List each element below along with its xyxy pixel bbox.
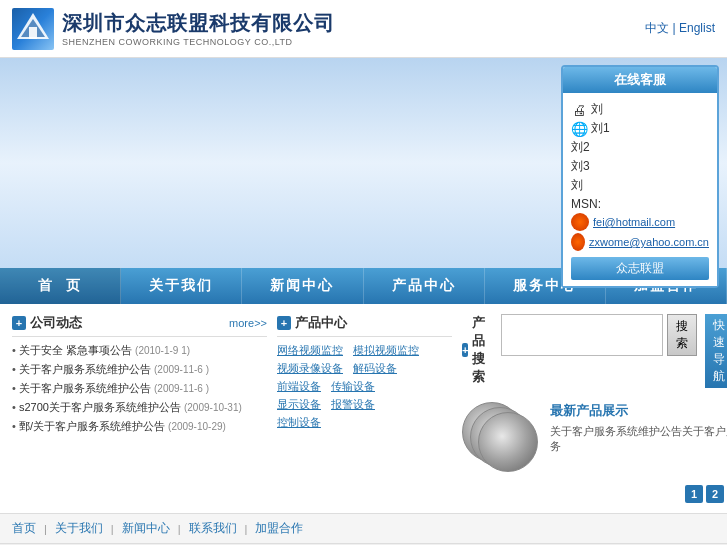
quick-nav[interactable]: 快速导航 ▶ [705,314,727,388]
footer-link-contact[interactable]: 联系我们 [189,520,237,537]
msn-icon-1 [571,213,589,231]
news-more-link[interactable]: more>> [229,317,267,329]
online-service-body: 🖨 刘 🌐 刘1 刘2 刘3 刘 MSN: fei@hotmail.com [563,93,717,286]
nav-about[interactable]: 关于我们 [121,268,242,304]
product-image [462,402,542,477]
qq-icon-2: 🌐 [571,121,587,137]
lang-switch[interactable]: 中文 | Englist [645,20,715,37]
service-row-3: 刘2 [571,139,709,156]
search-button[interactable]: 搜索 [667,314,697,356]
service-label-3: 刘2 [571,139,590,156]
product-info: 最新产品展示 关于客户服务系统维护公告关于客户服务 [550,402,727,454]
alliance-button[interactable]: 众志联盟 [571,257,709,280]
service-row-2: 🌐 刘1 [571,120,709,137]
logo-icon [12,8,54,50]
msn-icon-2 [571,233,585,251]
nav-products[interactable]: 产品中心 [364,268,485,304]
news-text-1: 关于安全 紧急事项公告 [19,344,132,356]
main-content: + 公司动态 more>> 关于安全 紧急事项公告 (2010-1-9 1) 关… [0,304,727,513]
news-item-3[interactable]: 关于客户服务系统维护公告 (2009-11-6 ) [12,381,267,396]
lang-sep: | [673,21,676,35]
service-row-1: 🖨 刘 [571,101,709,118]
product-link-5[interactable]: 前端设备 [277,379,321,394]
footer-links: 首页 | 关于我们 | 新闻中心 | 联系我们 | 加盟合作 [0,513,727,543]
news-plus-icon: + [12,316,26,330]
product-row-4: 显示设备 报警设备 [277,397,452,412]
header: 深圳市众志联盟科技有限公司 SHENZHEN COWORKING TECHNOL… [0,0,727,58]
page-wrapper: 深圳市众志联盟科技有限公司 SHENZHEN COWORKING TECHNOL… [0,0,727,545]
news-header: + 公司动态 more>> [12,314,267,337]
news-text-5: 鄄/关于客户服务系统维护公告 [19,420,165,432]
news-item-2[interactable]: 关于客户服务系统维护公告 (2009-11-6 ) [12,362,267,377]
product-link-6[interactable]: 传输设备 [331,379,375,394]
search-col-title: + 产品搜索 [462,314,493,386]
news-item-5[interactable]: 鄄/关于客户服务系统维护公告 (2009-10-29) [12,419,267,434]
cd-disc-3 [478,412,538,472]
news-text-2: 关于客户服务系统维护公告 [19,363,151,375]
nav-news[interactable]: 新闻中心 [242,268,363,304]
product-name[interactable]: 最新产品展示 [550,402,727,420]
news-title: + 公司动态 [12,314,82,332]
logo-area: 深圳市众志联盟科技有限公司 SHENZHEN COWORKING TECHNOL… [12,8,335,50]
pagination: 1 2 3 [462,485,727,503]
product-link-2[interactable]: 模拟视频监控 [353,343,419,358]
product-link-8[interactable]: 报警设备 [331,397,375,412]
product-desc: 关于客户服务系统维护公告关于客户服务 [550,424,727,454]
footer-sep-1: | [44,523,47,535]
lang-cn-link[interactable]: 中文 [645,21,669,35]
lang-en-link[interactable]: Englist [679,21,715,35]
products-plus-icon: + [277,316,291,330]
service-label-5: 刘 [571,177,583,194]
footer-link-home[interactable]: 首页 [12,520,36,537]
service-row-5: 刘 [571,177,709,194]
product-row-2: 视频录像设备 解码设备 [277,361,452,376]
search-bar: 搜索 [501,314,697,356]
product-link-4[interactable]: 解码设备 [353,361,397,376]
footer-link-news[interactable]: 新闻中心 [122,520,170,537]
products-title: + 产品中心 [277,314,347,332]
news-date-5: (2009-10-29) [168,421,226,432]
news-title-text: 公司动态 [30,314,82,332]
nav-home[interactable]: 首 页 [0,268,121,304]
online-service-widget: 在线客服 🖨 刘 🌐 刘1 刘2 刘3 刘 MSN: fei@hotmai [561,65,719,288]
service-label-2: 刘1 [591,120,610,137]
page-btn-1[interactable]: 1 [685,485,703,503]
product-row-5: 控制设备 [277,415,452,430]
msn-row-1: fei@hotmail.com [571,213,709,231]
service-label-4: 刘3 [571,158,590,175]
msn-label: MSN: [571,197,709,211]
footer-link-alliance[interactable]: 加盟合作 [255,520,303,537]
product-row-3: 前端设备 传输设备 [277,379,452,394]
news-item-1[interactable]: 关于安全 紧急事项公告 (2010-1-9 1) [12,343,267,358]
news-column: + 公司动态 more>> 关于安全 紧急事项公告 (2010-1-9 1) 关… [12,314,267,503]
news-item-4[interactable]: s2700关于客户服务系统维护公告 (2009-10-31) [12,400,267,415]
right-column: + 产品搜索 搜索 快速导航 ▶ 最新 [462,314,727,503]
news-text-4: s2700关于客户服务系统维护公告 [19,401,181,413]
footer-sep-2: | [111,523,114,535]
search-plus-icon: + [462,343,468,357]
service-row-4: 刘3 [571,158,709,175]
online-service-header: 在线客服 [563,67,717,93]
product-link-3[interactable]: 视频录像设备 [277,361,343,376]
qq-icon-1: 🖨 [571,102,587,118]
svg-rect-2 [29,27,37,39]
product-link-1[interactable]: 网络视频监控 [277,343,343,358]
footer-link-about[interactable]: 关于我们 [55,520,103,537]
quick-nav-label: 快速导航 [713,317,725,385]
news-text-3: 关于客户服务系统维护公告 [19,382,151,394]
logo-title: 深圳市众志联盟科技有限公司 [62,10,335,37]
footer-sep-3: | [178,523,181,535]
logo-subtitle: SHENZHEN COWORKING TECHNOLOGY CO.,LTD [62,37,335,47]
news-date-4: (2009-10-31) [184,402,242,413]
product-link-9[interactable]: 控制设备 [277,415,321,430]
msn-email-2[interactable]: zxwome@yahoo.com.cn [589,236,709,248]
page-btn-2[interactable]: 2 [706,485,724,503]
search-input[interactable] [501,314,663,356]
logo-text-area: 深圳市众志联盟科技有限公司 SHENZHEN COWORKING TECHNOL… [62,10,335,47]
products-title-text: 产品中心 [295,314,347,332]
news-date-2: (2009-11-6 ) [154,364,209,375]
msn-email-1[interactable]: fei@hotmail.com [593,216,675,228]
product-link-7[interactable]: 显示设备 [277,397,321,412]
service-label-1: 刘 [591,101,603,118]
search-col-title-text: 产品搜索 [472,314,493,386]
